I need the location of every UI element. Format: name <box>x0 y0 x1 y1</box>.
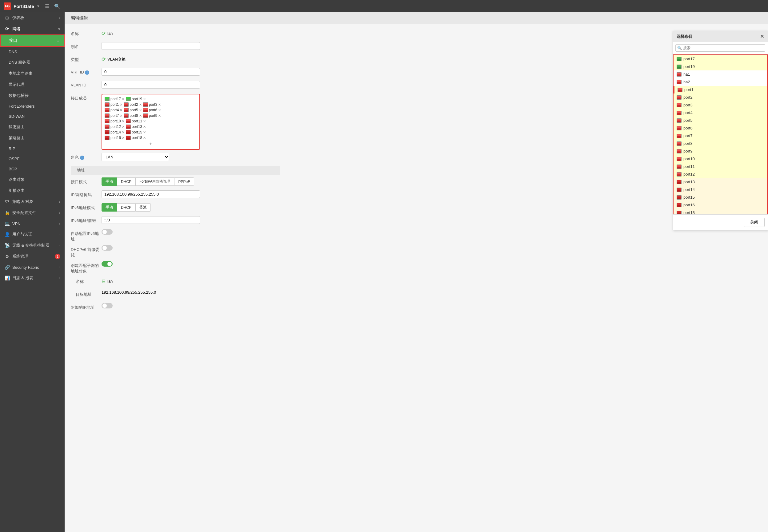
sidebar-item-policy-object[interactable]: 🛡 策略 & 对象 › <box>0 196 65 207</box>
ipv6-manual-button[interactable]: 手动 <box>101 203 117 212</box>
sidebar-item-policy-route[interactable]: 策略路由 <box>0 133 65 144</box>
dropdown-item-port3[interactable]: port3 <box>674 101 767 109</box>
sidebar-item-route-objects[interactable]: 路由对象 <box>0 174 65 185</box>
sidebar-item-multicast-route[interactable]: 组播路由 <box>0 185 65 196</box>
dropdown-item-port18[interactable]: port18 <box>674 209 767 214</box>
sidebar-item-display-proxy[interactable]: 显示代理 <box>0 79 65 90</box>
sidebar-item-rip[interactable]: RIP <box>0 144 65 154</box>
port7-remove[interactable]: ✕ <box>120 114 122 118</box>
vrf-info-icon[interactable]: i <box>85 70 89 75</box>
dropdown-item-ha1[interactable]: ha1 <box>674 70 767 78</box>
dropdown-item-port19[interactable]: port19 <box>674 63 767 70</box>
port10-icon <box>105 119 109 123</box>
create-subnet-toggle[interactable] <box>101 261 113 267</box>
port11-remove[interactable]: ✕ <box>143 119 146 123</box>
port16-remove[interactable]: ✕ <box>122 136 125 140</box>
sidebar-label-local-route: 本地出向路由 <box>9 71 33 76</box>
extra-ip-toggle[interactable] <box>101 303 113 308</box>
sidebar-item-users[interactable]: 👤 用户与认证 › <box>0 229 65 240</box>
dropdown-item-port8[interactable]: port8 <box>674 140 767 147</box>
subnet-target-label: 目标地址 <box>71 290 101 297</box>
interface-star[interactable]: ☆ <box>56 38 60 43</box>
vlan-input[interactable] <box>101 81 200 89</box>
dropdown-item-port12[interactable]: port12 <box>674 170 767 178</box>
sidebar-item-ospf[interactable]: OSPF <box>0 154 65 164</box>
dropdown-search-input[interactable] <box>675 44 765 52</box>
menu-icon[interactable]: ☰ <box>45 3 49 9</box>
members-add-button[interactable]: + <box>105 141 197 147</box>
sidebar-item-wifi[interactable]: 📡 无线 & 交换机控制器 › <box>0 240 65 251</box>
dropdown-item-port1[interactable]: port1 <box>674 86 767 93</box>
port4-remove[interactable]: ✕ <box>120 108 122 112</box>
auto-ipv6-toggle[interactable] <box>101 229 113 235</box>
mode-fortiiipam-button[interactable]: FortiIPAM自动管理 <box>135 177 174 186</box>
dropdown-item-port9[interactable]: port9 <box>674 147 767 155</box>
port8-remove[interactable]: ✕ <box>139 114 142 118</box>
ipv6-addr-input[interactable] <box>101 216 200 224</box>
dropdown-close-x[interactable]: ✕ <box>760 34 764 39</box>
sidebar-item-security-profile[interactable]: 🔒 安全配置文件 › <box>0 207 65 218</box>
port17-remove[interactable]: ✕ <box>122 97 125 101</box>
port2-remove[interactable]: ✕ <box>139 103 142 107</box>
alias-input[interactable] <box>101 42 200 50</box>
mode-pppoe-button[interactable]: PPPoE <box>174 177 194 186</box>
topbar-chevron[interactable]: ▼ <box>37 4 40 8</box>
ipv6-dhcp-button[interactable]: DHCP <box>117 203 135 212</box>
dropdown-item-ha2[interactable]: ha2 <box>674 78 767 86</box>
sidebar-item-dns-server[interactable]: DNS 服务器 <box>0 57 65 68</box>
sidebar-item-bgp[interactable]: BGP <box>0 164 65 174</box>
sidebar-item-dashboard[interactable]: ⊞ 仪表板 › <box>0 12 65 23</box>
role-info-icon[interactable]: i <box>80 156 84 160</box>
port13-remove[interactable]: ✕ <box>143 125 146 129</box>
dropdown-item-port6[interactable]: port6 <box>674 124 767 132</box>
sidebar-item-sd-wan[interactable]: SD-WAN <box>0 111 65 121</box>
sidebar-item-interface[interactable]: 接口 ☆ <box>0 34 65 47</box>
sidebar-item-network[interactable]: ⟳ 网络 ∨ <box>0 23 65 34</box>
port19-remove[interactable]: ✕ <box>143 97 146 101</box>
security-profile-arrow: › <box>59 211 60 215</box>
port18-remove[interactable]: ✕ <box>143 136 146 140</box>
sidebar-item-local-route[interactable]: 本地出向路由 <box>0 68 65 79</box>
port1-remove[interactable]: ✕ <box>120 103 122 107</box>
vlan-row: VLAN ID <box>71 81 280 91</box>
vrf-input[interactable] <box>101 68 200 76</box>
ip-mask-input[interactable] <box>101 190 200 198</box>
mode-manual-button[interactable]: 手动 <box>101 177 117 186</box>
port15-remove[interactable]: ✕ <box>143 130 146 134</box>
mode-dhcp-button[interactable]: DHCP <box>117 177 135 186</box>
dropdown-item-port11[interactable]: port11 <box>674 163 767 170</box>
sidebar-item-security-fabric[interactable]: 🔗 Security Fabric › <box>0 262 65 272</box>
dropdown-item-port17[interactable]: port17 <box>674 55 767 63</box>
dhcpv6-toggle[interactable] <box>101 245 113 251</box>
sidebar-item-system[interactable]: ⚙ 系统管理 1 <box>0 251 65 262</box>
role-select[interactable]: LAN WAN DMZ <box>101 153 169 161</box>
dropdown-item-port16[interactable]: port16 <box>674 201 767 209</box>
dropdown-item-port7[interactable]: port7 <box>674 132 767 140</box>
sidebar-item-static-route[interactable]: 静态路由 <box>0 121 65 133</box>
port6-remove[interactable]: ✕ <box>158 108 161 112</box>
dropdown-item-port15[interactable]: port15 <box>674 193 767 201</box>
port12-remove[interactable]: ✕ <box>122 125 125 129</box>
dropdown-item-port2[interactable]: port2 <box>674 93 767 101</box>
dropdown-item-port10[interactable]: port10 <box>674 155 767 163</box>
sidebar-item-vpn[interactable]: 💻 VPN › <box>0 218 65 229</box>
dropdown-item-port14[interactable]: port14 <box>674 186 767 193</box>
dropdown-item-port4[interactable]: port4 <box>674 109 767 117</box>
search-icon[interactable]: 🔍 <box>54 3 60 9</box>
sidebar-item-forti-extenders[interactable]: FortiExtenders <box>0 101 65 111</box>
dropdown-item-port5[interactable]: port5 <box>674 117 767 124</box>
members-row-1: port17 ✕ port19 ✕ <box>105 97 197 101</box>
ipv6-delegate-button[interactable]: 委派 <box>135 203 151 212</box>
sidebar-item-dns[interactable]: DNS <box>0 47 65 57</box>
members-row-4: port7 ✕ port8 ✕ port9 ✕ <box>105 113 197 118</box>
sidebar-item-packet-capture[interactable]: 数据包捕获 <box>0 90 65 101</box>
port3-remove[interactable]: ✕ <box>158 103 161 107</box>
member-port19: port19 ✕ <box>126 97 146 101</box>
port5-remove[interactable]: ✕ <box>139 108 142 112</box>
port9-remove[interactable]: ✕ <box>158 114 161 118</box>
dropdown-item-port13[interactable]: port13 <box>674 178 767 186</box>
port10-remove[interactable]: ✕ <box>122 119 125 123</box>
dropdown-close-button[interactable]: 关闭 <box>744 218 765 227</box>
sidebar-item-logs[interactable]: 📊 日志 & 报表 › <box>0 272 65 284</box>
port14-remove[interactable]: ✕ <box>122 130 125 134</box>
